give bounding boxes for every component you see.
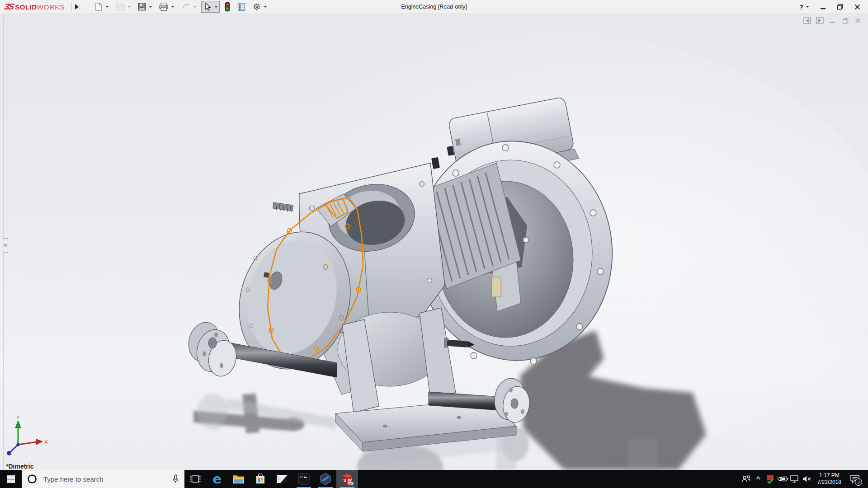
ethernet-network-icon [790,475,800,483]
file-properties-button[interactable] [235,1,248,13]
battery-plug-icon [777,476,788,482]
dropdown-caret[interactable] [264,6,267,8]
windows-logo-icon [7,475,15,483]
dropdown-caret[interactable] [127,6,131,8]
triad-y-label: Y [16,415,20,420]
doc-close-button[interactable] [854,17,862,24]
hexagon-app-icon [320,473,331,485]
title-bar: 3S SOLID WORKS [0,0,868,14]
minimize-icon [820,4,826,10]
taskbar-item-command-prompt[interactable]: C:\ [293,470,315,488]
power-tray-icon[interactable] [777,470,789,488]
action-center-button[interactable]: 3 [845,470,864,488]
task-view-icon [190,474,201,484]
view-orientation-label: *Dimetric [6,463,33,470]
taskbar-item-edge[interactable]: e [206,470,228,488]
rebuild-traffic-light-icon [224,2,231,12]
solidworks-monitor-tray-icon[interactable] [764,470,777,488]
command-prompt-icon: C:\ [298,473,310,485]
close-button[interactable] [854,3,861,10]
close-icon [854,4,860,10]
taskbar-item-solidworks[interactable]: S W 2017 [336,470,358,488]
store-icon [255,474,266,484]
brand-solid-text: SOLID [15,3,37,11]
svg-text:2017: 2017 [348,483,354,485]
microphone-icon[interactable] [172,474,179,483]
dropdown-caret[interactable] [105,6,109,8]
save-button[interactable] [136,1,154,13]
svg-text:S: S [344,478,346,483]
solidworks-logo: 3S SOLID WORKS [0,0,68,14]
volume-tray-icon[interactable] [801,470,813,488]
clock-date: 7/23/2018 [817,479,841,486]
mail-icon [276,474,288,483]
minimize-button[interactable] [819,3,826,10]
windows-taskbar: e C:\ [0,470,868,488]
dropdown-caret[interactable] [171,6,175,8]
next-pane-button[interactable] [816,17,824,24]
taskbar-item-mail[interactable] [271,470,293,488]
doc-minimize-icon [830,18,835,23]
help-button[interactable]: ? [799,3,809,11]
taskbar-item-file-explorer[interactable] [228,470,250,488]
search-input[interactable] [42,475,167,483]
restore-icon [837,4,843,10]
edge-icon: e [212,474,222,484]
network-tray-icon[interactable] [789,470,801,488]
quick-access-toolbar [92,0,272,13]
select-tool-button[interactable] [201,1,220,13]
save-floppy-icon [137,2,146,11]
model-scene: Y X [0,14,868,470]
dropdown-caret[interactable] [193,6,197,8]
graphics-area[interactable]: Y X [0,14,868,470]
splitter-dot [4,244,7,247]
options-gear-icon [252,2,261,11]
clock-time: 1:17 PM [817,472,841,479]
select-cursor-icon [203,2,212,11]
undo-button[interactable] [179,1,198,13]
dropdown-caret[interactable] [214,6,218,8]
solidworks-app-icon: S W 2017 [341,473,354,485]
taskbar-item-hexagon-app[interactable] [315,470,336,488]
restore-button[interactable] [836,3,844,10]
expand-menu-arrow[interactable] [75,4,79,9]
triad-x-label: X [44,439,48,445]
taskbar-item-store[interactable] [250,470,271,488]
solidworks-status-icon [766,474,775,483]
people-icon [741,475,751,483]
tray-overflow-button[interactable]: ^ [752,470,764,488]
next-pane-icon [816,17,824,24]
dropdown-caret[interactable] [806,6,809,8]
doc-restore-button[interactable] [841,17,849,24]
doc-minimize-button[interactable] [829,17,836,24]
cortana-circle-icon [27,474,37,484]
system-tray: ^ 1:17 P [740,470,868,488]
new-document-icon [94,2,103,11]
print-icon [159,2,169,11]
help-icon: ? [799,3,803,11]
feature-panel-splitter-tab[interactable] [4,238,8,253]
options-button[interactable] [250,1,269,13]
taskbar-search[interactable] [22,470,184,488]
window-title: EngineCasing [Read-only] [401,4,467,10]
divider [71,2,72,12]
undo-arrow-icon [181,2,191,11]
taskbar-item-task-view[interactable] [184,470,206,488]
previous-pane-button[interactable] [803,17,811,24]
doc-restore-icon [842,18,849,24]
brand-works-text: WORKS [37,3,65,11]
taskbar-clock[interactable]: 1:17 PM 7/23/2018 [813,472,845,486]
file-properties-icon [237,2,246,11]
dropdown-caret[interactable] [149,6,152,8]
open-button[interactable] [113,1,133,13]
file-explorer-icon [233,474,245,484]
svg-text:W: W [348,478,352,483]
people-button[interactable] [740,470,752,488]
open-folder-icon [115,2,125,11]
start-button[interactable] [0,470,22,488]
volume-muted-icon [802,475,812,483]
print-button[interactable] [157,1,176,13]
new-document-button[interactable] [92,1,111,13]
notification-badge: 3 [855,479,862,486]
rebuild-button[interactable] [222,0,232,13]
